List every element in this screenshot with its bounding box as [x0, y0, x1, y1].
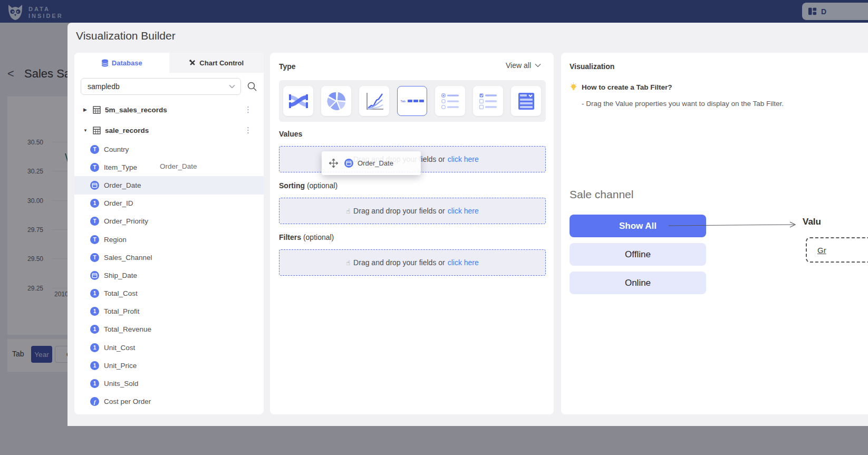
- field-row[interactable]: T Country: [74, 140, 264, 158]
- caret-right-icon[interactable]: ▶: [83, 107, 90, 112]
- number-field-icon: 1: [90, 307, 99, 316]
- radio-list-icon: [440, 91, 461, 112]
- lightbulb-icon: [570, 82, 577, 92]
- text-field-icon: T: [90, 217, 99, 226]
- database-panel: Database Chart Control sampledb: [74, 53, 264, 414]
- annotation-arrow: [669, 221, 799, 229]
- dashboard-button[interactable]: D: [802, 3, 868, 20]
- chart-type-dropdown-table[interactable]: [511, 86, 541, 116]
- visualization-builder-modal: Visualization Builder Database: [67, 23, 868, 426]
- online-button[interactable]: Online: [570, 272, 706, 294]
- function-field-icon: f: [90, 397, 99, 406]
- text-field-icon: T: [90, 253, 99, 262]
- table-row-5m-sales-records[interactable]: ▶ 5m_sales_records ⋮: [74, 101, 264, 119]
- chart-type-line[interactable]: [359, 86, 389, 116]
- field-list: T Country T Item_Type Order_Date 1 Order…: [74, 140, 264, 411]
- pie-chart-icon: [326, 91, 347, 112]
- date-field-icon: [344, 159, 353, 168]
- app-logo-text: DATA INSIDER: [28, 6, 63, 20]
- chevron-down-icon: [229, 84, 235, 89]
- line-chart-icon: [364, 91, 385, 112]
- click-here-link[interactable]: click here: [448, 258, 479, 267]
- view-all-dropdown[interactable]: View all: [506, 61, 541, 70]
- caret-down-icon[interactable]: ▼: [83, 128, 90, 133]
- table-icon: [93, 106, 101, 114]
- text-field-icon: T: [90, 145, 99, 154]
- chart-type-radio-list[interactable]: [435, 86, 465, 116]
- field-row[interactable]: T Sales_Channel: [74, 248, 264, 266]
- database-select-value: sampledb: [88, 82, 120, 91]
- annotation-group-link[interactable]: Gr: [817, 246, 826, 255]
- field-row[interactable]: Ship_Date: [74, 266, 264, 284]
- dragged-field-chip[interactable]: Order_Date: [322, 151, 421, 175]
- hand-drag-icon: ☝: [346, 207, 350, 215]
- table-name: sale_records: [105, 127, 149, 134]
- text-field-icon: T: [90, 235, 99, 244]
- move-icon: [329, 159, 338, 168]
- click-here-link[interactable]: click here: [448, 207, 479, 215]
- tab-chart-control-label: Chart Control: [199, 59, 244, 67]
- dropdown-table-icon: [516, 91, 537, 112]
- number-field-icon: 1: [90, 199, 99, 208]
- field-row[interactable]: 1 Unit_Price: [74, 356, 264, 374]
- tab-chart-control[interactable]: Chart Control: [169, 53, 264, 73]
- dashboard-icon: [807, 6, 817, 16]
- offline-button[interactable]: Offline: [570, 243, 706, 266]
- field-row[interactable]: 1 Total_Revenue: [74, 321, 264, 338]
- filters-section-label: Filters (optional): [279, 233, 334, 241]
- builder-panel: Type View all: [270, 53, 554, 414]
- sorting-dropzone[interactable]: ☝ Drag and drop your fields or click her…: [279, 198, 546, 224]
- visualization-panel: Visualization How to create a Tab Filter…: [561, 53, 868, 414]
- kebab-menu-icon[interactable]: ⋮: [244, 125, 252, 135]
- date-field-icon: [90, 271, 99, 280]
- owl-logo-icon: [5, 1, 25, 24]
- kebab-menu-icon[interactable]: ⋮: [244, 105, 252, 114]
- modal-title: Visualization Builder: [76, 30, 176, 42]
- number-field-icon: 1: [90, 325, 99, 334]
- chart-type-tab-filter[interactable]: Tab: [397, 86, 427, 116]
- table-row-sale-records[interactable]: ▼ sale_records ⋮: [74, 121, 264, 139]
- visualization-header: Visualization: [570, 62, 614, 71]
- number-field-icon: 1: [90, 343, 99, 352]
- tip-body: - Drag the Value properties you want to …: [582, 100, 784, 108]
- sankey-icon: [288, 91, 309, 112]
- chevron-down-icon: [535, 63, 541, 67]
- click-here-link[interactable]: click here: [448, 155, 479, 163]
- chart-type-checkbox-list[interactable]: [473, 86, 503, 116]
- field-row[interactable]: 1 Total_Profit: [74, 303, 264, 321]
- chart-type-sankey[interactable]: [283, 86, 313, 116]
- field-row[interactable]: 1 Unit_Cost: [74, 338, 264, 356]
- field-row[interactable]: T Region: [74, 230, 264, 248]
- search-icon[interactable]: [247, 81, 257, 92]
- dashboard-button-label: D: [821, 7, 826, 16]
- text-field-icon: T: [90, 163, 99, 172]
- field-row[interactable]: T Order_Priority: [74, 212, 264, 230]
- field-row[interactable]: f Cost per Order: [74, 393, 264, 411]
- number-field-icon: 1: [90, 361, 99, 370]
- tab-filter-icon: Tab: [400, 100, 424, 103]
- table-icon: [93, 127, 101, 134]
- values-section-label: Values: [279, 130, 302, 138]
- drag-ghost-label: Order_Date: [160, 162, 197, 170]
- tab-database[interactable]: Database: [74, 53, 169, 73]
- field-row[interactable]: 1 Order_ID: [74, 195, 264, 212]
- checkbox-list-icon: [478, 91, 499, 112]
- number-field-icon: 1: [90, 289, 99, 298]
- annotation-value-label: Valu: [803, 217, 821, 227]
- chart-type-strip: Tab: [279, 80, 546, 122]
- field-row[interactable]: 1 Units_Sold: [74, 374, 264, 392]
- hand-drag-icon: ☝: [346, 259, 350, 267]
- annotation-group-box: Gr: [806, 237, 868, 263]
- field-row[interactable]: 1 Total_Cost: [74, 285, 264, 303]
- field-row-selected[interactable]: Order_Date: [74, 176, 264, 194]
- table-name: 5m_sales_records: [105, 106, 167, 114]
- type-section-label: Type: [279, 62, 296, 71]
- chart-type-pie[interactable]: [321, 86, 351, 116]
- tools-icon: [189, 59, 196, 66]
- sorting-section-label: Sorting (optional): [279, 181, 337, 190]
- database-select[interactable]: sampledb: [81, 78, 241, 95]
- database-icon: [101, 59, 109, 67]
- filters-dropzone[interactable]: ☝ Drag and drop your fields or click her…: [279, 249, 546, 276]
- dragged-chip-label: Order_Date: [358, 159, 393, 167]
- date-field-icon: [90, 181, 99, 190]
